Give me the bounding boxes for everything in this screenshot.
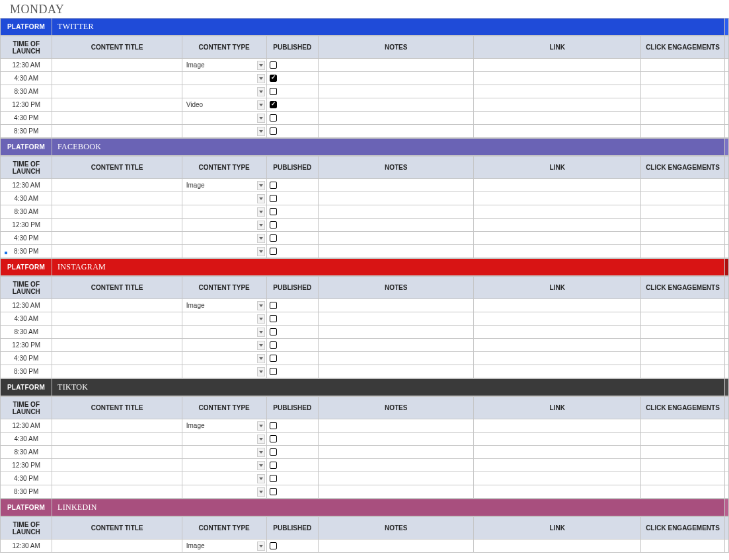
content-title-cell[interactable]: [52, 85, 182, 98]
time-cell[interactable]: 12:30 PM: [1, 459, 52, 472]
time-cell[interactable]: 8:30 AM: [1, 446, 52, 459]
published-cell[interactable]: [266, 179, 318, 192]
engagements-cell[interactable]: [641, 232, 725, 245]
engagements-cell[interactable]: [641, 205, 725, 219]
chevron-down-icon[interactable]: [257, 87, 265, 96]
link-cell[interactable]: [474, 352, 641, 365]
chevron-down-icon[interactable]: [257, 328, 265, 337]
engagements-cell[interactable]: [641, 299, 725, 312]
content-type-dropdown[interactable]: [182, 433, 266, 446]
chevron-down-icon[interactable]: [257, 435, 265, 444]
content-type-dropdown[interactable]: [182, 446, 266, 459]
time-cell[interactable]: 4:30 PM: [1, 112, 52, 125]
published-cell[interactable]: [266, 540, 318, 553]
checkbox-icon[interactable]: [270, 221, 277, 228]
published-cell[interactable]: [266, 72, 318, 85]
checkbox-icon[interactable]: [270, 542, 277, 549]
engagements-cell[interactable]: [641, 125, 725, 138]
notes-cell[interactable]: [319, 472, 474, 485]
published-cell[interactable]: [266, 205, 318, 219]
chevron-down-icon[interactable]: [257, 367, 265, 376]
content-type-dropdown[interactable]: [182, 459, 266, 472]
content-type-dropdown[interactable]: [182, 192, 266, 205]
time-cell[interactable]: 12:30 PM: [1, 219, 52, 232]
notes-cell[interactable]: [319, 232, 474, 245]
notes-cell[interactable]: [319, 326, 474, 339]
published-cell[interactable]: [266, 472, 318, 485]
content-title-cell[interactable]: [52, 179, 182, 192]
engagements-cell[interactable]: [641, 85, 725, 98]
content-type-dropdown[interactable]: [182, 365, 266, 378]
time-cell[interactable]: 12:30 AM: [1, 419, 52, 433]
content-title-cell[interactable]: [52, 112, 182, 125]
link-cell[interactable]: [474, 98, 641, 112]
time-cell[interactable]: 4:30 AM: [1, 192, 52, 205]
time-cell[interactable]: 12:30 PM: [1, 98, 52, 112]
notes-cell[interactable]: [319, 179, 474, 192]
link-cell[interactable]: [474, 485, 641, 499]
engagements-cell[interactable]: [641, 339, 725, 352]
chevron-down-icon[interactable]: [257, 100, 265, 110]
content-type-dropdown[interactable]: [182, 326, 266, 339]
checkbox-icon[interactable]: [270, 75, 277, 82]
content-title-cell[interactable]: [52, 433, 182, 446]
notes-cell[interactable]: [319, 72, 474, 85]
content-title-cell[interactable]: [52, 72, 182, 85]
content-title-cell[interactable]: [52, 98, 182, 112]
notes-cell[interactable]: [319, 459, 474, 472]
notes-cell[interactable]: [319, 98, 474, 112]
published-cell[interactable]: [266, 365, 318, 378]
published-cell[interactable]: [266, 446, 318, 459]
chevron-down-icon[interactable]: [257, 301, 265, 310]
content-type-dropdown[interactable]: [182, 72, 266, 85]
published-cell[interactable]: [266, 112, 318, 125]
notes-cell[interactable]: [319, 433, 474, 446]
checkbox-icon[interactable]: [270, 88, 277, 95]
time-cell[interactable]: 8:30 AM: [1, 85, 52, 98]
notes-cell[interactable]: [319, 245, 474, 258]
time-cell[interactable]: 12:30 AM: [1, 540, 52, 553]
time-cell[interactable]: 4:30 AM: [1, 72, 52, 85]
checkbox-icon[interactable]: [270, 208, 277, 215]
time-cell[interactable]: 12:30 AM: [1, 179, 52, 192]
notes-cell[interactable]: [319, 352, 474, 365]
link-cell[interactable]: [474, 125, 641, 138]
link-cell[interactable]: [474, 72, 641, 85]
published-cell[interactable]: [266, 433, 318, 446]
chevron-down-icon[interactable]: [257, 127, 265, 136]
link-cell[interactable]: [474, 85, 641, 98]
checkbox-icon[interactable]: [270, 101, 277, 108]
link-cell[interactable]: [474, 540, 641, 553]
checkbox-icon[interactable]: [270, 435, 277, 442]
chevron-down-icon[interactable]: [257, 61, 265, 70]
chevron-down-icon[interactable]: [257, 234, 265, 243]
notes-cell[interactable]: [319, 112, 474, 125]
checkbox-icon[interactable]: [270, 328, 277, 335]
engagements-cell[interactable]: [641, 179, 725, 192]
chevron-down-icon[interactable]: [257, 74, 265, 83]
content-title-cell[interactable]: [52, 339, 182, 352]
published-cell[interactable]: [266, 419, 318, 433]
link-cell[interactable]: [474, 205, 641, 219]
notes-cell[interactable]: [319, 59, 474, 72]
time-cell[interactable]: 8:30 AM: [1, 205, 52, 219]
time-cell[interactable]: 12:30 AM: [1, 299, 52, 312]
checkbox-icon[interactable]: [270, 114, 277, 122]
content-title-cell[interactable]: [52, 446, 182, 459]
content-type-dropdown[interactable]: [182, 85, 266, 98]
content-title-cell[interactable]: [52, 245, 182, 258]
content-title-cell[interactable]: [52, 485, 182, 499]
content-title-cell[interactable]: [52, 419, 182, 433]
chevron-down-icon[interactable]: [257, 341, 265, 350]
link-cell[interactable]: [474, 472, 641, 485]
engagements-cell[interactable]: [641, 98, 725, 112]
content-type-dropdown[interactable]: [182, 232, 266, 245]
published-cell[interactable]: [266, 459, 318, 472]
checkbox-icon[interactable]: [270, 302, 277, 309]
chevron-down-icon[interactable]: [257, 487, 265, 497]
content-type-dropdown[interactable]: Image: [182, 299, 266, 312]
link-cell[interactable]: [474, 446, 641, 459]
chevron-down-icon[interactable]: [257, 181, 265, 190]
engagements-cell[interactable]: [641, 446, 725, 459]
engagements-cell[interactable]: [641, 365, 725, 378]
